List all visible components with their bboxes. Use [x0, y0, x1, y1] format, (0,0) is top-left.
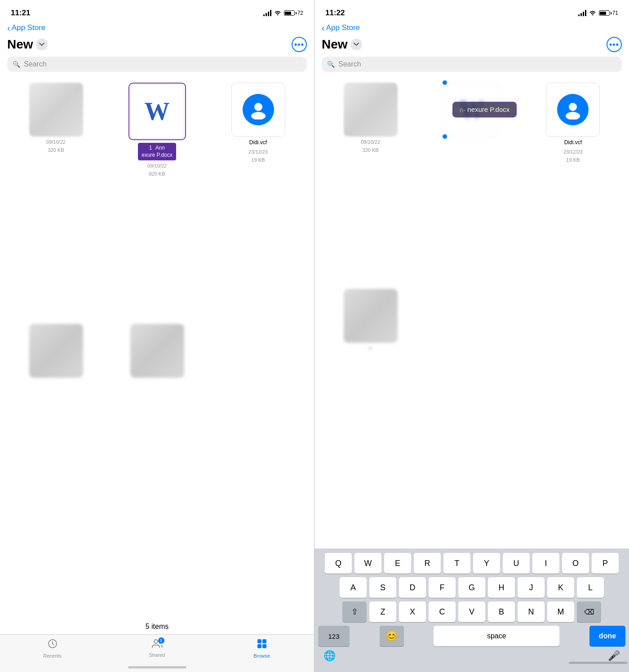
key-done[interactable]: done: [589, 626, 625, 646]
key-delete[interactable]: ⌫: [577, 601, 601, 622]
key-E[interactable]: E: [384, 553, 411, 574]
key-A[interactable]: A: [340, 577, 367, 598]
key-S[interactable]: S: [369, 577, 396, 598]
left-panel: 11:21 72 ‹ App Store: [0, 0, 314, 672]
key-P[interactable]: P: [592, 553, 619, 574]
search-bar-left[interactable]: 🔍 Search: [7, 57, 307, 72]
file-name-2-left: 1 Ann exure P.docx: [138, 143, 176, 160]
wifi-icon-right: [589, 9, 596, 17]
keyboard-row-3: ⇧ Z X C V B N M ⌫: [316, 601, 627, 622]
status-bar-left: 11:21 72: [0, 0, 314, 22]
home-indicator-right: [569, 662, 627, 664]
clock-icon: [47, 638, 58, 652]
file-date-1-left: 09/10/22: [46, 139, 66, 145]
key-R[interactable]: R: [414, 553, 441, 574]
back-button-left[interactable]: ‹ App Store: [7, 23, 45, 32]
mic-icon[interactable]: 🎤: [608, 650, 620, 662]
file-date-3-right: 23/12/23: [563, 149, 583, 155]
ellipsis-button-left[interactable]: •••: [292, 37, 307, 52]
key-F[interactable]: F: [429, 577, 456, 598]
key-L[interactable]: L: [577, 577, 604, 598]
file-selected-border-left: W: [128, 83, 186, 140]
folder-title-group-right: New: [322, 37, 362, 52]
key-I[interactable]: I: [532, 553, 559, 574]
chevron-down-button-left[interactable]: [36, 39, 48, 50]
key-shift[interactable]: ⇧: [342, 601, 367, 622]
keyboard-container: Q W E R T Y U I O P A S D F G H J K L ⇧ …: [314, 548, 629, 672]
file-thumb-1-right: [344, 83, 398, 137]
key-B[interactable]: B: [488, 601, 515, 622]
svg-point-0: [254, 103, 262, 111]
keyboard-bottom-icons: 🌐 🎤: [316, 646, 627, 663]
search-icon-left: 🔍: [13, 61, 20, 68]
file-item-2-right[interactable]: W n- nexure P.docx: [423, 83, 520, 277]
key-X[interactable]: X: [399, 601, 426, 622]
key-Q[interactable]: Q: [325, 553, 352, 574]
file-thumb-3-right: [546, 83, 600, 137]
key-space[interactable]: space: [434, 626, 559, 646]
contact-icon-left: [243, 94, 274, 125]
file-thumb-1-left: [29, 83, 83, 137]
key-D[interactable]: D: [399, 577, 426, 598]
wifi-icon: [274, 10, 281, 17]
file-item-3-left[interactable]: Didi.vcf 23/12/23 19 KB: [209, 83, 307, 317]
file-size-3-right: 19 KB: [566, 157, 580, 163]
key-H[interactable]: H: [488, 577, 515, 598]
search-bar-right[interactable]: 🔍 Search: [322, 57, 622, 72]
key-G[interactable]: G: [458, 577, 485, 598]
blurred-thumb-1-right: [344, 289, 398, 343]
battery-icon-right: 71: [599, 10, 618, 16]
key-N[interactable]: N: [518, 601, 545, 622]
back-chevron-right: ‹: [322, 23, 325, 32]
chevron-down-button-right[interactable]: [350, 39, 362, 50]
key-emoji[interactable]: 😊: [380, 626, 404, 646]
svg-rect-5: [262, 639, 266, 643]
svg-point-9: [566, 112, 580, 119]
cursor-dot-top: [443, 80, 447, 85]
back-button-right[interactable]: ‹ App Store: [322, 23, 360, 32]
tab-shared-left[interactable]: 1 Shared: [105, 638, 209, 659]
blurred-row-left: [0, 320, 314, 381]
tab-browse-left[interactable]: Browse: [209, 638, 314, 659]
items-count-left: 5 items: [0, 615, 314, 634]
key-C[interactable]: C: [429, 601, 456, 622]
key-U[interactable]: U: [503, 553, 530, 574]
key-V[interactable]: V: [458, 601, 485, 622]
file-date-1-right: 09/10/22: [361, 139, 380, 145]
key-W[interactable]: W: [354, 553, 381, 574]
file-date-3-left: 23/12/23: [248, 149, 268, 155]
blurred-item-1-right: e: [322, 289, 419, 351]
file-grid-right: 09/10/22 320 KB W n- nexure P.docx: [314, 79, 629, 281]
file-name-3-left: Didi.vcf: [249, 139, 267, 146]
key-numeric[interactable]: 123: [318, 626, 350, 646]
ellipsis-button-right[interactable]: •••: [607, 37, 622, 52]
shared-badge-count: 1: [158, 637, 164, 644]
status-time-right: 11:22: [325, 9, 345, 18]
file-item-2-left[interactable]: W 1 Ann exure P.docx 09/10/22 820 KB: [108, 83, 206, 317]
key-T[interactable]: T: [443, 553, 470, 574]
keyboard-row-1: Q W E R T Y U I O P: [316, 553, 627, 574]
keyboard-row-2: A S D F G H J K L: [316, 577, 627, 598]
folder-title-group-left: New: [7, 37, 48, 52]
svg-point-3: [154, 640, 158, 643]
file-item-1-right[interactable]: 09/10/22 320 KB: [322, 83, 419, 277]
key-O[interactable]: O: [562, 553, 589, 574]
browse-icon: [257, 638, 267, 652]
file-item-1-left[interactable]: 09/10/22 320 KB: [7, 83, 105, 317]
key-J[interactable]: J: [518, 577, 545, 598]
rename-thumb-area: W n- nexure P.docx: [445, 83, 499, 137]
key-K[interactable]: K: [547, 577, 574, 598]
blurred-item-2-left: [108, 324, 206, 378]
back-label-left: App Store: [12, 23, 46, 32]
file-grid-left: 09/10/22 320 KB W 1 Ann exure P.docx 09/…: [0, 79, 314, 320]
blurred-thumb-1-left: [29, 324, 83, 378]
key-M[interactable]: M: [547, 601, 574, 622]
key-Y[interactable]: Y: [473, 553, 500, 574]
back-nav-left: ‹ App Store: [0, 22, 314, 34]
globe-icon[interactable]: 🌐: [323, 650, 336, 662]
tab-recents-left[interactable]: Recents: [0, 638, 105, 659]
file-item-3-right[interactable]: Didi.vcf 23/12/23 19 KB: [524, 83, 622, 277]
key-Z[interactable]: Z: [369, 601, 396, 622]
search-placeholder-left: Search: [24, 60, 47, 68]
right-panel: 11:22 71 ‹ App Store: [314, 0, 629, 672]
